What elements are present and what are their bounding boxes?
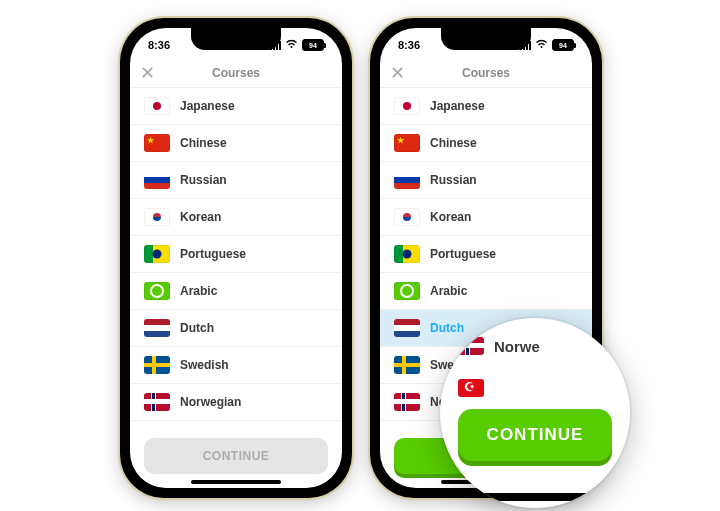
screen-left: 8:36 94 ✕ Courses JapaneseChineseRussian… [130,28,342,488]
language-label: Korean [180,210,221,224]
language-label: Russian [180,173,227,187]
close-icon[interactable]: ✕ [140,62,155,84]
battery-icon: 94 [302,39,324,51]
flag-icon-ar [144,282,170,300]
language-row-ru[interactable]: Russian [380,162,592,199]
language-label: Portuguese [430,247,496,261]
page-title: Courses [212,66,260,80]
status-time: 8:36 [148,39,170,51]
flag-icon-cn [144,134,170,152]
language-row-tr[interactable]: Turkish [130,421,342,428]
magnified-home-indicator [478,493,592,501]
language-label: Russian [430,173,477,187]
notch [191,28,281,50]
language-label: Japanese [180,99,235,113]
language-row-jp[interactable]: Japanese [380,88,592,125]
notch [441,28,531,50]
language-row-ar[interactable]: Arabic [380,273,592,310]
language-row-pt[interactable]: Portuguese [130,236,342,273]
footer-left: CONTINUE [130,428,342,488]
language-label: Arabic [430,284,467,298]
page-title: Courses [462,66,510,80]
language-row-ar[interactable]: Arabic [130,273,342,310]
flag-icon-pt [394,245,420,263]
language-row-nl[interactable]: Dutch [130,310,342,347]
magnified-row-turkish [458,367,612,409]
flag-icon-pt [144,245,170,263]
flag-icon-ru [144,171,170,189]
phone-left: 8:36 94 ✕ Courses JapaneseChineseRussian… [120,18,352,498]
home-indicator [191,480,281,484]
status-time: 8:36 [398,39,420,51]
language-row-jp[interactable]: Japanese [130,88,342,125]
flag-icon-ar [394,282,420,300]
nav-bar: ✕ Courses [380,58,592,88]
language-label: Chinese [430,136,477,150]
close-icon[interactable]: ✕ [390,62,405,84]
magnified-continue-button[interactable]: CONTINUE [458,409,612,461]
flag-icon-tr [458,379,484,397]
flag-icon-nl [144,319,170,337]
language-label: Dutch [180,321,214,335]
flag-icon-se [394,356,420,374]
language-label: Japanese [430,99,485,113]
flag-icon-jp [394,97,420,115]
flag-icon-se [144,356,170,374]
flag-icon-no [394,393,420,411]
language-label: Dutch [430,321,464,335]
battery-icon: 94 [552,39,574,51]
language-label: Korean [430,210,471,224]
language-row-no[interactable]: Norwegian [130,384,342,421]
flag-icon-no [144,393,170,411]
language-row-kr[interactable]: Korean [380,199,592,236]
wifi-icon [535,39,548,51]
language-row-cn[interactable]: Chinese [380,125,592,162]
language-row-se[interactable]: Swedish [130,347,342,384]
language-list-left[interactable]: JapaneseChineseRussianKoreanPortugueseAr… [130,88,342,428]
flag-icon-kr [144,208,170,226]
wifi-icon [285,39,298,51]
magnified-row-label: Norwe [494,338,540,355]
flag-icon-cn [394,134,420,152]
language-row-kr[interactable]: Korean [130,199,342,236]
flag-icon-ru [394,171,420,189]
language-label: Portuguese [180,247,246,261]
continue-button-disabled: CONTINUE [144,438,328,474]
magnifier-callout: Norwe CONTINUE [440,318,630,508]
language-row-ru[interactable]: Russian [130,162,342,199]
language-row-pt[interactable]: Portuguese [380,236,592,273]
language-label: Arabic [180,284,217,298]
flag-icon-nl [394,319,420,337]
language-row-cn[interactable]: Chinese [130,125,342,162]
nav-bar: ✕ Courses [130,58,342,88]
flag-icon-jp [144,97,170,115]
language-label: Swedish [180,358,229,372]
language-label: Norwegian [180,395,241,409]
language-label: Chinese [180,136,227,150]
flag-icon-kr [394,208,420,226]
